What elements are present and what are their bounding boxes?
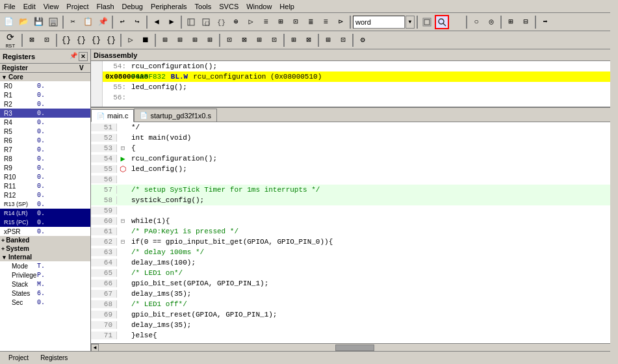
undo-button[interactable]: ↩ — [115, 15, 129, 29]
reg-row-r1[interactable]: R10. — [0, 90, 90, 99]
dbg-btn9[interactable]: ⊞ — [188, 33, 202, 47]
new-button[interactable]: 📄 — [1, 15, 16, 29]
pin-icon[interactable]: 📌 — [70, 52, 77, 61]
menu-project[interactable]: Project — [62, 1, 92, 12]
btn-t3[interactable]: {} — [214, 15, 228, 29]
menu-edit[interactable]: Edit — [19, 1, 40, 12]
horizontal-scrollbar[interactable]: ◀ ▶ — [91, 343, 618, 351]
run-button[interactable]: ▷ — [123, 33, 138, 47]
btn-x1[interactable]: ➡ — [538, 15, 552, 29]
stop-button[interactable]: ⏹ — [138, 33, 153, 47]
internal-section-header[interactable]: ▼ Internal — [0, 253, 90, 261]
dbg-btn18[interactable]: ⊡ — [336, 33, 350, 47]
nav-fwd-button[interactable]: ▶ — [164, 15, 179, 29]
reg-row-mode[interactable]: ModeT. — [0, 261, 90, 270]
btn-w2[interactable]: ⊟ — [519, 15, 533, 29]
menu-svcs[interactable]: SVCS — [215, 1, 242, 12]
paste-button[interactable]: 📌 — [96, 15, 110, 29]
reg-row-r8[interactable]: R80. — [0, 154, 90, 163]
scroll-left-btn[interactable]: ◀ — [91, 344, 99, 352]
menu-flash[interactable]: Flash — [93, 1, 118, 12]
btn-t1[interactable] — [184, 15, 198, 29]
core-section-header[interactable]: ▼ Core — [0, 73, 90, 81]
reg-row-r5[interactable]: R50. — [0, 127, 90, 136]
btn-t8[interactable]: ⊡ — [289, 15, 303, 29]
btn-t9[interactable]: ≣ — [303, 15, 318, 29]
btn-t5[interactable]: ▷ — [244, 15, 258, 29]
dbg-btn14[interactable]: ⊡ — [267, 33, 281, 47]
btn-w1[interactable]: ⊞ — [504, 15, 518, 29]
search-input[interactable] — [353, 16, 405, 29]
reg-row-states[interactable]: States6. — [0, 289, 90, 298]
reg-row-r12[interactable]: R120. — [0, 190, 90, 200]
menu-tools[interactable]: Tools — [191, 1, 216, 12]
dbg-btn1[interactable]: ⊠ — [25, 33, 39, 47]
reg-row-r2[interactable]: R20. — [0, 99, 90, 109]
btn-v1[interactable]: ○ — [469, 15, 483, 29]
menu-peripherals[interactable]: Peripherals — [147, 1, 191, 12]
btn-u1[interactable] — [420, 15, 434, 29]
dbg-btn16[interactable]: ⊠ — [302, 33, 316, 47]
dbg-btn4[interactable]: {} — [74, 33, 88, 47]
fold-53-icon[interactable]: ⊟ — [121, 144, 125, 152]
fold-60-icon[interactable]: ⊟ — [121, 217, 125, 225]
dbg-btn5[interactable]: {} — [89, 33, 103, 47]
menu-help[interactable]: Help — [276, 1, 298, 12]
settings-button[interactable]: ⚙ — [355, 33, 370, 47]
copy-button[interactable]: 📋 — [81, 15, 95, 29]
save-button[interactable]: 💾 — [31, 15, 45, 29]
reg-row-r4[interactable]: R40. — [0, 118, 90, 127]
dbg-btn13[interactable]: ⊞ — [252, 33, 266, 47]
btn-u3[interactable] — [450, 15, 464, 29]
statusbar-project-tab[interactable]: Project — [3, 353, 34, 363]
reg-row-privilege[interactable]: PrivilegeP. — [0, 270, 90, 280]
reg-row-r3[interactable]: R30. — [0, 109, 90, 118]
reg-row-r13[interactable]: R13 (SP)0. — [0, 200, 90, 209]
dbg-btn3[interactable]: {} — [59, 33, 73, 47]
reg-row-sec[interactable]: Sec0. — [0, 298, 90, 307]
cut-button[interactable]: ✂ — [66, 15, 80, 29]
dbg-btn8[interactable]: ⊞ — [173, 33, 187, 47]
btn-t10[interactable]: ≡ — [318, 15, 333, 29]
menu-debug[interactable]: Debug — [118, 1, 147, 12]
btn-t2[interactable]: {} — [199, 15, 213, 29]
reg-row-xpsr[interactable]: xPSR0. — [0, 227, 90, 236]
banked-section-header[interactable]: + Banked — [0, 236, 90, 244]
find-button[interactable] — [435, 15, 449, 29]
dbg-btn11[interactable]: ⊡ — [222, 33, 237, 47]
tab-startup[interactable]: 📄 startup_gd32f1x0.s — [134, 109, 217, 122]
btn-t11[interactable]: ⊳ — [333, 15, 348, 29]
menu-window[interactable]: Window — [242, 1, 276, 12]
reg-row-r9[interactable]: R90. — [0, 163, 90, 172]
tab-main-c[interactable]: 📄 main.c — [91, 109, 134, 122]
btn-t4[interactable]: ⊕ — [229, 15, 243, 29]
reg-row-r6[interactable]: R60. — [0, 136, 90, 145]
reg-row-r7[interactable]: R70. — [0, 145, 90, 154]
system-section-header[interactable]: + System — [0, 244, 90, 253]
dbg-btn17[interactable]: ⊞ — [321, 33, 335, 47]
reg-row-r15[interactable]: R15 (PC)0. — [0, 218, 90, 227]
dbg-btn12[interactable]: ⊠ — [237, 33, 251, 47]
btn-t6[interactable]: ≡ — [259, 15, 273, 29]
reg-row-stack[interactable]: StackM. — [0, 280, 90, 289]
reset-button[interactable]: ⟳ RST — [1, 33, 19, 47]
saveall-button[interactable] — [46, 15, 60, 29]
reg-row-r10[interactable]: R100. — [0, 172, 90, 181]
dbg-btn15[interactable]: ⊞ — [287, 33, 301, 47]
nav-back-button[interactable]: ◀ — [149, 15, 164, 29]
dbg-btn6[interactable]: {} — [104, 33, 118, 47]
hscroll-thumb[interactable] — [335, 344, 374, 351]
statusbar-registers-tab[interactable]: Registers — [34, 353, 73, 363]
menu-view[interactable]: View — [40, 1, 63, 12]
reg-row-r14[interactable]: R14 (LR)0. — [0, 209, 90, 218]
search-dropdown[interactable]: ▼ — [406, 16, 415, 29]
menu-file[interactable]: File — [0, 1, 19, 12]
reg-row-r11[interactable]: R110. — [0, 181, 90, 190]
btn-t7[interactable]: ⊞ — [274, 15, 288, 29]
redo-button[interactable]: ↪ — [130, 15, 144, 29]
reg-row-r0[interactable]: R00. — [0, 81, 90, 90]
dbg-btn2[interactable]: ⊡ — [40, 33, 54, 47]
btn-v2[interactable]: ◎ — [484, 15, 498, 29]
registers-close[interactable]: ✕ — [79, 52, 88, 61]
dbg-btn7[interactable]: ⊞ — [158, 33, 172, 47]
